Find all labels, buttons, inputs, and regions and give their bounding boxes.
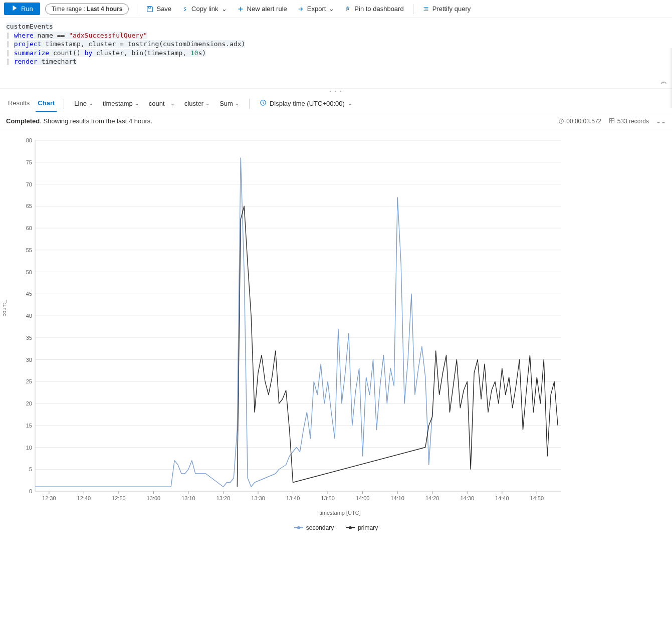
run-label: Run	[21, 5, 33, 13]
y-axis-label: count_	[1, 300, 7, 316]
copy-link-label: Copy link	[191, 5, 218, 13]
collapse-editor-icon[interactable]: ︽	[661, 77, 667, 85]
svg-text:40: 40	[26, 313, 32, 319]
svg-rect-0	[149, 7, 151, 8]
pin-button[interactable]: Pin to dashboard	[340, 3, 407, 15]
svg-text:35: 35	[26, 335, 32, 341]
svg-text:30: 30	[26, 357, 32, 363]
query-line-1: customEvents	[6, 23, 53, 30]
svg-text:12:50: 12:50	[112, 495, 126, 501]
svg-text:14:30: 14:30	[460, 495, 474, 501]
prettify-label: Prettify query	[432, 5, 471, 13]
svg-text:60: 60	[26, 225, 32, 231]
play-icon	[11, 5, 18, 13]
svg-text:80: 80	[26, 137, 32, 143]
svg-text:20: 20	[26, 400, 32, 406]
svg-text:13:00: 13:00	[147, 495, 161, 501]
time-range-pill[interactable]: Time range : Last 4 hours	[45, 4, 129, 15]
agg-dropdown[interactable]: Sum⌄	[216, 98, 242, 109]
separator	[249, 99, 250, 109]
svg-text:50: 50	[26, 269, 32, 275]
svg-text:65: 65	[26, 203, 32, 209]
link-icon	[181, 6, 188, 13]
svg-rect-3	[610, 119, 614, 123]
svg-text:13:20: 13:20	[216, 495, 231, 501]
timechart[interactable]: 0510152025303540455055606570758012:3012:…	[15, 135, 566, 506]
save-label: Save	[156, 5, 171, 13]
svg-text:45: 45	[26, 291, 32, 297]
svg-text:14:40: 14:40	[495, 495, 509, 501]
time-range-label: Time range :	[52, 6, 87, 13]
plus-icon	[237, 6, 244, 13]
chevron-down-icon: ⌄	[221, 5, 227, 13]
toolbar: Run Time range : Last 4 hours Save Copy …	[0, 0, 672, 18]
query-editor[interactable]: customEvents | where name == "adxSuccess…	[0, 18, 672, 88]
svg-text:13:10: 13:10	[181, 495, 195, 501]
svg-text:13:50: 13:50	[321, 495, 335, 501]
svg-text:13:30: 13:30	[251, 495, 265, 501]
svg-text:14:50: 14:50	[530, 495, 544, 501]
legend-swatch-secondary	[294, 527, 303, 528]
svg-text:13:40: 13:40	[286, 495, 300, 501]
svg-text:14:20: 14:20	[425, 495, 439, 501]
export-button[interactable]: Export ⌄	[293, 3, 339, 15]
tab-chart[interactable]: Chart	[36, 95, 57, 112]
svg-text:14:00: 14:00	[356, 495, 370, 501]
pin-icon	[344, 6, 351, 13]
display-time-dropdown[interactable]: Display time (UTC+00:00) ⌄	[257, 97, 355, 110]
svg-text:70: 70	[26, 181, 32, 187]
clock-icon	[260, 99, 267, 108]
chevron-down-icon: ⌄	[235, 101, 239, 106]
run-button[interactable]: Run	[4, 3, 40, 15]
resize-handle[interactable]: • • •	[0, 88, 672, 94]
chevron-down-icon: ⌄	[89, 101, 93, 106]
new-alert-label: New alert rule	[247, 5, 287, 13]
copy-link-button[interactable]: Copy link ⌄	[177, 3, 231, 15]
svg-text:5: 5	[29, 466, 32, 472]
separator	[64, 99, 64, 109]
svg-text:75: 75	[26, 159, 32, 165]
chart-type-dropdown[interactable]: Line⌄	[71, 98, 96, 109]
svg-text:12:30: 12:30	[42, 495, 56, 501]
separator	[137, 4, 137, 14]
svg-text:55: 55	[26, 247, 32, 253]
chevron-down-icon: ⌄	[348, 101, 352, 106]
chevron-down-icon: ⌄	[329, 5, 334, 13]
export-icon	[297, 6, 304, 13]
duration-badge: 00:00:03.572	[558, 117, 601, 125]
x-axis-label: timestamp [UTC]	[12, 510, 668, 516]
chevron-down-icon: ⌄	[205, 101, 209, 106]
tab-results[interactable]: Results	[6, 95, 32, 112]
svg-text:10: 10	[26, 445, 32, 451]
chevron-down-icon: ⌄	[170, 101, 174, 106]
svg-text:0: 0	[29, 488, 32, 494]
new-alert-button[interactable]: New alert rule	[233, 3, 291, 15]
split-dropdown[interactable]: cluster⌄	[181, 98, 212, 109]
legend-swatch-primary	[346, 527, 355, 528]
y-axis-dropdown[interactable]: count_⌄	[146, 98, 177, 109]
svg-text:15: 15	[26, 423, 32, 429]
legend: secondary primary	[0, 520, 672, 538]
legend-item-primary[interactable]: primary	[346, 524, 378, 531]
prettify-button[interactable]: Prettify query	[418, 3, 475, 15]
status-bar: Completed. Showing results from the last…	[0, 113, 672, 129]
svg-text:14:10: 14:10	[390, 495, 404, 501]
svg-text:25: 25	[26, 378, 32, 384]
separator	[413, 4, 413, 14]
chevron-down-icon: ⌄	[135, 101, 139, 106]
legend-item-secondary[interactable]: secondary	[294, 524, 334, 531]
records-badge: 533 records	[608, 117, 649, 125]
x-axis-dropdown[interactable]: timestamp⌄	[100, 98, 142, 109]
expand-icon[interactable]: ⌄⌄	[656, 118, 666, 125]
chart-area[interactable]: count_ 051015202530354045505560657075801…	[0, 129, 672, 520]
time-range-value: Last 4 hours	[87, 6, 122, 13]
save-button[interactable]: Save	[142, 3, 175, 15]
result-tabs: Results Chart Line⌄ timestamp⌄ count_⌄ c…	[0, 94, 672, 113]
prettify-icon	[422, 6, 429, 13]
export-label: Export	[307, 5, 326, 13]
save-icon	[146, 6, 153, 13]
scroll-shadow	[669, 48, 672, 108]
svg-text:12:40: 12:40	[77, 495, 91, 501]
status-text: Completed. Showing results from the last…	[6, 117, 152, 125]
pin-label: Pin to dashboard	[354, 5, 403, 13]
